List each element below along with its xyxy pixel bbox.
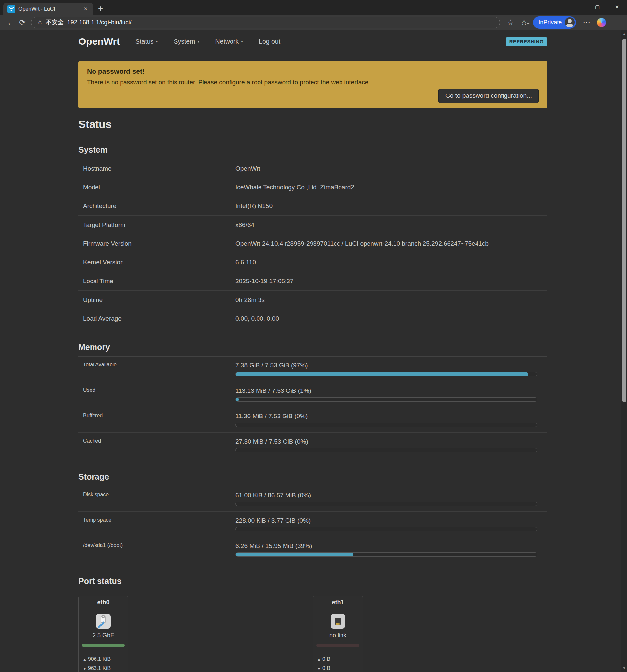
- row-label: Cached: [83, 438, 236, 452]
- refresh-button[interactable]: ⟳: [17, 18, 28, 27]
- table-row: Local Time2025-10-19 17:05:37: [78, 272, 547, 290]
- ethernet-port-unplugged-icon: [330, 614, 345, 629]
- row-label: Hostname: [83, 165, 236, 172]
- favorites-lines-glyph: ≡: [527, 20, 530, 25]
- row-value: 0h 28m 3s: [236, 296, 547, 304]
- favorites-list-icon[interactable]: ☆≡: [521, 18, 528, 27]
- scrollbar-up-icon[interactable]: ▲: [621, 32, 627, 35]
- port-name: eth0: [79, 596, 128, 609]
- openwrt-favicon-icon: [7, 5, 15, 13]
- progress-fill: [236, 373, 528, 376]
- row-value: 228.00 KiB / 3.77 GiB (0%): [236, 517, 547, 524]
- chevron-down-icon: ▾: [156, 39, 158, 44]
- address-bar[interactable]: ⚠ 不安全 192.168.1.1/cgi-bin/luci/: [31, 17, 500, 28]
- table-row: ArchitectureIntel(R) N150: [78, 196, 547, 215]
- tab-title: OpenWrt - LuCI: [19, 6, 79, 12]
- banner-message: There is no password set on this router.…: [87, 79, 539, 86]
- browser-toolbar: ← ⟳ ⚠ 不安全 192.168.1.1/cgi-bin/luci/ ☆ ☆≡…: [0, 15, 627, 30]
- inprivate-label: InPrivate: [538, 19, 562, 26]
- window-close-button[interactable]: ✕: [607, 4, 627, 10]
- not-secure-warning-icon: ⚠: [37, 19, 42, 26]
- progress-bar: [236, 527, 537, 531]
- port-status-grid: eth0 2.5 GbE ▲906.1 KiB ▼963.1 KiB: [78, 596, 547, 672]
- window-maximize-button[interactable]: ▢: [587, 4, 607, 10]
- port-traffic: ▲0 B ▼0 B: [313, 651, 363, 672]
- chevron-down-icon: ▾: [197, 39, 199, 44]
- window-controls: — ▢ ✕: [568, 0, 627, 14]
- port-link-bar: [82, 644, 125, 647]
- browser-tabstrip: OpenWrt - LuCI ✕ + — ▢ ✕: [0, 0, 627, 15]
- row-value: OpenWrt 24.10.4 r28959-29397011cc / LuCI…: [236, 240, 547, 247]
- inprivate-badge[interactable]: InPrivate: [533, 17, 576, 29]
- row-label: Disk space: [83, 491, 236, 506]
- nav-status-label: Status: [135, 38, 153, 45]
- table-row: Load Average0.00, 0.00, 0.00: [78, 309, 547, 328]
- nav-status[interactable]: Status ▾: [135, 38, 158, 45]
- row-value: 2025-10-19 17:05:37: [236, 278, 547, 285]
- row-label: Architecture: [83, 202, 236, 210]
- nav-network[interactable]: Network ▾: [215, 38, 243, 45]
- window-minimize-button[interactable]: —: [568, 4, 587, 10]
- favorite-star-icon[interactable]: ☆: [507, 18, 514, 27]
- brand-logo[interactable]: OpenWrt: [78, 36, 120, 47]
- row-label: Uptime: [83, 296, 236, 304]
- profile-avatar: [565, 18, 575, 27]
- port-tx-value: 0 B: [322, 656, 330, 662]
- port-link-speed: 2.5 GbE: [79, 630, 128, 644]
- row-label: Model: [83, 184, 236, 191]
- table-row: Buffered 11.36 MiB / 7.53 GiB (0%): [78, 407, 547, 432]
- scrollbar[interactable]: ▲ ▼: [621, 30, 627, 672]
- tab-close-icon[interactable]: ✕: [82, 6, 89, 12]
- progress-fill: [236, 398, 239, 401]
- chevron-down-icon: ▾: [241, 39, 243, 44]
- progress-bar: [236, 552, 537, 557]
- tx-arrow-icon: ▲: [83, 657, 87, 662]
- browser-tab[interactable]: OpenWrt - LuCI ✕: [3, 3, 93, 15]
- scrollbar-thumb[interactable]: [622, 39, 626, 402]
- port-card-eth1: eth1 no link ▲0 B ▼0 B: [313, 596, 363, 672]
- row-label: Load Average: [83, 315, 236, 322]
- tx-arrow-icon: ▲: [317, 657, 321, 662]
- table-row: Target Platformx86/64: [78, 215, 547, 234]
- table-row: /dev/sda1 (/boot) 6.26 MiB / 15.95 MiB (…: [78, 537, 547, 562]
- storage-table: Disk space 61.00 KiB / 86.57 MiB (0%) Te…: [78, 486, 547, 562]
- port-rx-value: 0 B: [322, 666, 330, 671]
- row-label: Kernel Version: [83, 259, 236, 266]
- row-value: IceWhale Technology Co.,Ltd. ZimaBoard2: [236, 184, 547, 191]
- go-to-password-configuration-button[interactable]: Go to password configuration...: [438, 89, 539, 103]
- table-row: HostnameOpenWrt: [78, 159, 547, 178]
- memory-table: Total Available 7.38 GiB / 7.53 GiB (97%…: [78, 356, 547, 458]
- luci-page: ▲ ▼ OpenWrt Status ▾ System ▾ Network ▾: [0, 30, 627, 672]
- page-title: Status: [78, 118, 547, 131]
- row-value: 0.00, 0.00, 0.00: [236, 315, 547, 322]
- port-card-eth0: eth0 2.5 GbE ▲906.1 KiB ▼963.1 KiB: [78, 596, 128, 672]
- favorites-star-glyph: ☆: [521, 18, 528, 27]
- url-text[interactable]: 192.168.1.1/cgi-bin/luci/: [67, 19, 131, 26]
- copilot-icon[interactable]: [597, 18, 606, 27]
- system-table: HostnameOpenWrt ModelIceWhale Technology…: [78, 159, 547, 328]
- rx-arrow-icon: ▼: [83, 666, 87, 671]
- memory-section-heading: Memory: [78, 342, 547, 356]
- progress-bar: [236, 398, 537, 402]
- banner-title: No password set!: [87, 68, 539, 75]
- row-label: Firmware Version: [83, 240, 236, 247]
- row-value: 61.00 KiB / 86.57 MiB (0%): [236, 491, 547, 499]
- browser-menu-icon[interactable]: ⋯: [582, 18, 590, 27]
- progress-bar: [236, 372, 537, 376]
- new-tab-button[interactable]: +: [98, 4, 103, 13]
- table-row: Temp space 228.00 KiB / 3.77 GiB (0%): [78, 511, 547, 537]
- storage-section-heading: Storage: [78, 472, 547, 486]
- security-label: 不安全: [46, 19, 64, 26]
- table-row: ModelIceWhale Technology Co.,Ltd. ZimaBo…: [78, 178, 547, 196]
- port-traffic: ▲906.1 KiB ▼963.1 KiB: [79, 651, 128, 672]
- row-label: Used: [83, 387, 236, 402]
- nav-logout[interactable]: Log out: [259, 38, 280, 45]
- nav-system[interactable]: System ▾: [173, 38, 199, 45]
- row-label: Temp space: [83, 517, 236, 531]
- port-status-section-heading: Port status: [78, 577, 547, 590]
- port-name: eth1: [313, 596, 363, 609]
- back-button[interactable]: ←: [5, 18, 17, 27]
- row-value: 7.38 GiB / 7.53 GiB (97%): [236, 362, 547, 369]
- scrollbar-down-icon[interactable]: ▼: [621, 666, 627, 670]
- system-section-heading: System: [78, 145, 547, 159]
